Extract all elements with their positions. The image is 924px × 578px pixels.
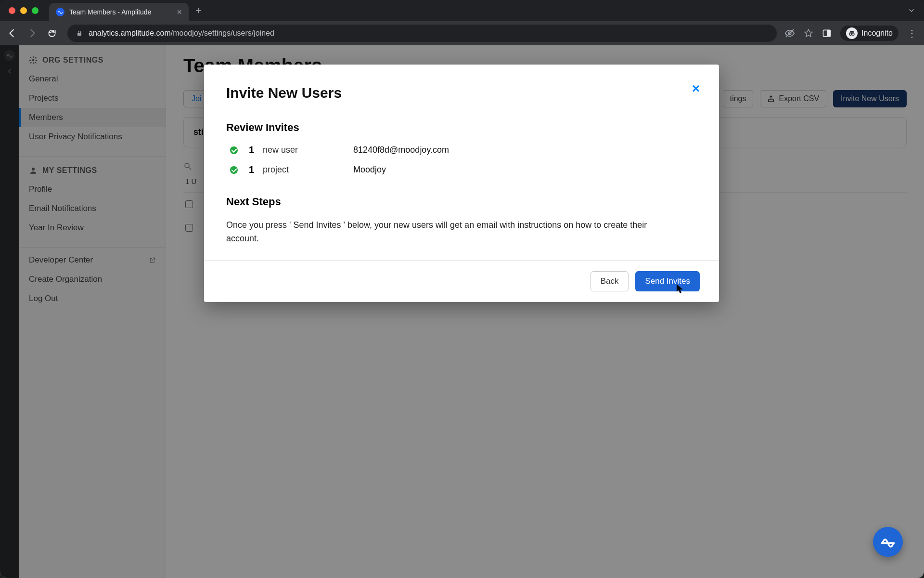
window-titlebar: Team Members - Amplitude × + <box>0 0 924 21</box>
new-tab-button[interactable]: + <box>195 4 202 17</box>
modal-close-icon[interactable]: × <box>692 82 700 95</box>
traffic-lights <box>9 7 38 14</box>
review-value: 81240f8d@moodjoy.com <box>353 145 449 155</box>
browser-menu-icon[interactable]: ⋮ <box>907 27 917 39</box>
svg-point-6 <box>852 33 854 36</box>
lock-icon <box>76 30 83 37</box>
nav-back-button[interactable] <box>7 28 19 39</box>
modal-footer: Back Send Invites <box>204 260 719 302</box>
address-bar: analytics.amplitude.com/moodjoy/settings… <box>0 21 924 45</box>
incognito-badge[interactable]: Incognito <box>840 26 898 41</box>
amplitude-icon <box>881 535 895 549</box>
tabs-overflow-icon[interactable] <box>908 7 915 14</box>
nav-forward-button[interactable] <box>27 28 39 39</box>
minimize-window-icon[interactable] <box>20 7 27 14</box>
review-label: project <box>263 165 345 175</box>
url-text: analytics.amplitude.com/moodjoy/settings… <box>89 29 274 38</box>
review-row-project: 1 project Moodjoy <box>226 164 697 175</box>
check-circle-icon <box>230 166 238 174</box>
close-window-icon[interactable] <box>9 7 15 14</box>
svg-point-5 <box>849 33 852 36</box>
review-label: new user <box>263 145 345 155</box>
tab-close-icon[interactable]: × <box>177 8 182 16</box>
panel-icon[interactable] <box>822 28 832 38</box>
maximize-window-icon[interactable] <box>32 7 38 14</box>
review-count: 1 <box>246 164 254 175</box>
modal-title: Invite New Users <box>226 85 697 101</box>
nav-reload-button[interactable] <box>47 28 60 38</box>
review-count: 1 <box>246 144 254 156</box>
browser-tab[interactable]: Team Members - Amplitude × <box>49 3 189 21</box>
mouse-cursor-icon <box>676 284 684 294</box>
next-steps-heading: Next Steps <box>226 196 697 208</box>
bookmark-star-icon[interactable] <box>804 28 813 38</box>
incognito-icon <box>846 27 858 39</box>
review-invites-heading: Review Invites <box>226 121 697 134</box>
review-value: Moodjoy <box>353 165 386 175</box>
next-steps-text: Once you press ' Send Invites ' below, y… <box>226 219 669 246</box>
amplitude-favicon-icon <box>56 8 64 16</box>
help-fab[interactable] <box>873 527 903 557</box>
invite-users-modal: Invite New Users × Review Invites 1 new … <box>204 65 719 302</box>
review-row-user: 1 new user 81240f8d@moodjoy.com <box>226 144 697 156</box>
eye-off-icon[interactable] <box>784 28 795 39</box>
svg-rect-4 <box>827 30 831 36</box>
svg-rect-0 <box>77 33 81 36</box>
tab-title: Team Members - Amplitude <box>69 8 172 16</box>
send-invites-button[interactable]: Send Invites <box>635 271 700 291</box>
back-button[interactable]: Back <box>590 271 629 291</box>
check-circle-icon <box>230 146 238 154</box>
incognito-label: Incognito <box>861 29 893 38</box>
url-field[interactable]: analytics.amplitude.com/moodjoy/settings… <box>67 25 777 42</box>
